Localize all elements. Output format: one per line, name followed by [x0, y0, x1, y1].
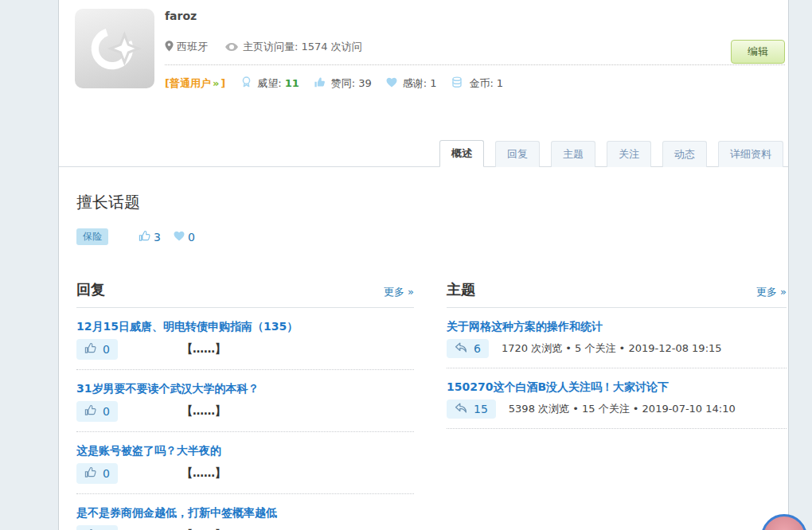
stat-coins: 金币: 1	[451, 76, 503, 91]
profile-tabs: 概述 回复 主题 关注 动态 详细资料	[439, 140, 783, 167]
topic-item: 关于网格这种方案的操作和统计 6 1720 次浏览 • 5 个关注 • 2019…	[447, 308, 787, 368]
reply-meta: 0 【……】	[76, 525, 414, 530]
skill-hearts-count: 0	[174, 231, 195, 244]
topic-stats-text: 1720 次浏览 • 5 个关注 • 2019-12-08 19:15	[502, 341, 722, 356]
stat-reputation: 威望: 11	[241, 76, 299, 91]
vote-count-badge: 0	[76, 463, 118, 484]
heart-icon	[386, 77, 403, 90]
topic-title-link[interactable]: 关于网格这种方案的操作和统计	[447, 318, 787, 334]
topics-title: 主题	[447, 280, 475, 299]
profile-page-panel: faroz 西班牙 主页访问量: 1574 次访问 [普通用户»] 威望: 11	[58, 0, 789, 530]
topics-more-link[interactable]: 更多 »	[756, 285, 787, 299]
reply-title-link[interactable]: 是不是券商佣金越低，打新中签概率越低	[76, 505, 414, 520]
coins-icon	[451, 76, 469, 91]
role-badge[interactable]: [普通用户»]	[165, 76, 225, 91]
location-pin-icon	[165, 41, 174, 54]
site-logo-icon	[87, 19, 142, 78]
skills-heading: 擅长话题	[76, 192, 140, 213]
visits-label: 主页访问量: 1574 次访问	[243, 40, 362, 54]
reply-meta: 0 【……】	[76, 339, 414, 360]
reply-item: 是不是券商佣金越低，打新中签概率越低 0 【……】	[76, 494, 414, 530]
stat-thanks: 感谢: 1	[386, 76, 437, 91]
profile-info: faroz 西班牙 主页访问量: 1574 次访问	[165, 10, 716, 54]
vote-count-badge: 0	[76, 339, 118, 360]
topic-item: 150270这个白酒B没人关注吗！大家讨论下 15 5398 次浏览 • 15 …	[447, 368, 787, 429]
replies-section: 回复 更多 » 12月15日威唐、明电转债申购指南（135） 0 【……】 31…	[76, 280, 414, 530]
tab-overview[interactable]: 概述	[439, 140, 484, 167]
dotted-divider	[165, 64, 785, 65]
reply-excerpt: 【……】	[182, 466, 226, 481]
topics-header: 主题 更多 »	[447, 280, 787, 308]
page-title-username: faroz	[165, 10, 716, 22]
topics-section: 主题 更多 » 关于网格这种方案的操作和统计 6 1720 次浏览 • 5 个关…	[447, 280, 787, 429]
location-label: 西班牙	[177, 40, 208, 54]
reply-meta: 0 【……】	[76, 401, 414, 422]
reply-meta: 0 【……】	[76, 463, 414, 484]
reply-excerpt: 【……】	[182, 404, 226, 419]
topic-stats-text: 5398 次浏览 • 15 个关注 • 2019-07-10 14:10	[509, 402, 736, 416]
stats-row: [普通用户»] 威望: 11 赞同: 39 感谢: 1	[165, 76, 785, 91]
skills-row: 保险 3 0	[76, 228, 195, 245]
profile-meta-row: 西班牙 主页访问量: 1574 次访问	[165, 40, 716, 54]
reply-item: 12月15日威唐、明电转债申购指南（135） 0 【……】	[76, 308, 414, 370]
medal-icon	[241, 76, 257, 91]
replies-more-link[interactable]: 更多 »	[384, 285, 414, 299]
thumb-up-outline-icon	[84, 342, 96, 357]
reply-excerpt: 【……】	[182, 342, 226, 357]
stat-agrees: 赞同: 39	[314, 76, 372, 91]
skill-likes-count: 3	[139, 230, 161, 244]
tab-topics[interactable]: 主题	[551, 141, 595, 167]
tab-replies[interactable]: 回复	[495, 141, 540, 167]
avatar[interactable]	[75, 9, 154, 88]
reply-item: 这是账号被盗了吗？大半夜的 0 【……】	[76, 432, 414, 494]
topic-title-link[interactable]: 150270这个白酒B没人关注吗！大家讨论下	[447, 379, 787, 395]
edit-button[interactable]: 编辑	[731, 40, 785, 64]
heart-icon	[174, 231, 188, 244]
reply-title-link[interactable]: 这是账号被盗了吗？大半夜的	[76, 442, 414, 458]
topic-meta-row: 6 1720 次浏览 • 5 个关注 • 2019-12-08 19:15	[447, 339, 787, 358]
replies-header: 回复 更多 »	[76, 280, 414, 308]
replies-title: 回复	[76, 280, 105, 299]
reply-arrow-icon	[455, 403, 467, 415]
topic-tag-insurance[interactable]: 保险	[76, 228, 108, 245]
reply-arrow-icon	[455, 342, 467, 355]
reply-item: 31岁男要不要读个武汉大学的本科？ 0 【……】	[76, 370, 414, 432]
thumb-up-icon	[314, 76, 331, 91]
thumb-up-outline-icon	[84, 466, 96, 481]
vote-count-badge: 0	[76, 525, 118, 530]
thumb-up-outline-icon	[84, 404, 96, 419]
vote-count-badge: 0	[76, 401, 118, 422]
tab-follows[interactable]: 关注	[607, 141, 651, 167]
reply-count-badge: 15	[447, 399, 496, 419]
topic-meta-row: 15 5398 次浏览 • 15 个关注 • 2019-07-10 14:10	[447, 399, 787, 419]
tab-details[interactable]: 详细资料	[718, 141, 783, 167]
eye-icon	[225, 41, 238, 53]
reply-title-link[interactable]: 12月15日威唐、明电转债申购指南（135）	[76, 318, 414, 334]
thumb-up-outline-icon	[139, 230, 154, 244]
reply-title-link[interactable]: 31岁男要不要读个武汉大学的本科？	[76, 380, 414, 396]
reply-count-badge: 6	[447, 339, 489, 358]
tab-activity[interactable]: 动态	[662, 141, 707, 167]
